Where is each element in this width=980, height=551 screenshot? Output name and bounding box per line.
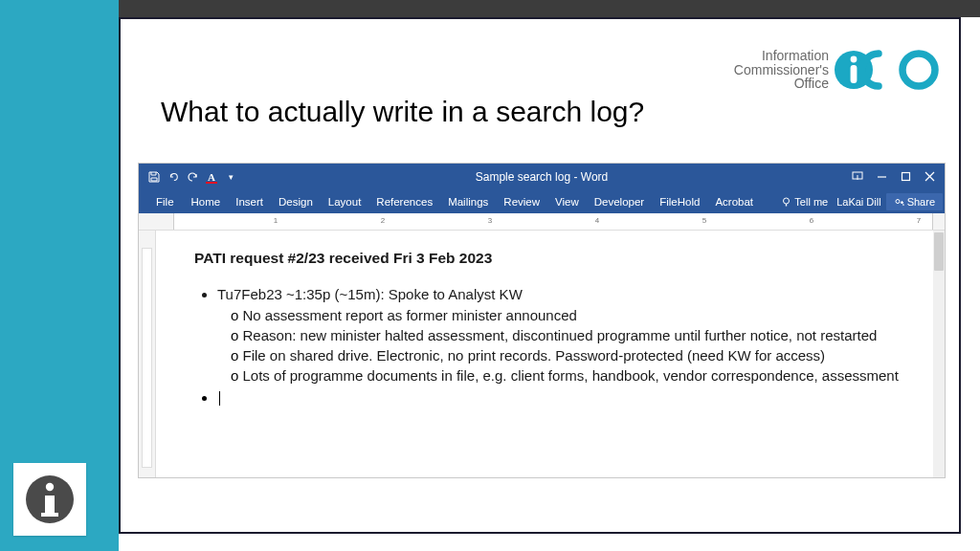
vertical-ruler[interactable] — [139, 231, 156, 477]
ruler-num: 2 — [381, 216, 385, 225]
word-window: A ▾ Sample search log - Word — [138, 163, 946, 478]
maximize-icon[interactable] — [901, 171, 911, 184]
undo-icon[interactable] — [167, 171, 179, 183]
svg-rect-2 — [851, 65, 858, 83]
share-icon — [894, 197, 904, 208]
sub-item: Lots of programme documents in file, e.g… — [231, 365, 902, 386]
ruler-num: 6 — [810, 216, 813, 225]
quick-access-toolbar: A ▾ — [139, 171, 236, 183]
ruler-num: 3 — [488, 216, 492, 225]
svg-point-15 — [46, 483, 54, 491]
tab-view[interactable]: View — [547, 190, 587, 213]
ico-mark-icon — [835, 48, 942, 92]
ico-line2: Commissioner's — [734, 63, 829, 77]
tab-insert[interactable]: Insert — [228, 190, 271, 213]
tell-me-search[interactable]: Tell me — [777, 196, 832, 208]
word-titlebar: A ▾ Sample search log - Word — [139, 164, 945, 190]
ico-logo: Information Commissioner's Office — [734, 48, 942, 92]
window-controls — [852, 171, 941, 184]
ruler-num: 1 — [274, 216, 278, 225]
bullet-lead: Tu7Feb23 ~1:35p (~15m): Spoke to Analyst… — [217, 286, 523, 302]
tab-acrobat[interactable]: Acrobat — [707, 190, 761, 213]
ruler-num: 7 — [917, 216, 921, 225]
sub-item: No assessment report as former minister … — [231, 305, 902, 325]
tab-home[interactable]: Home — [184, 190, 229, 213]
tell-me-label: Tell me — [794, 196, 828, 208]
tab-file[interactable]: File — [146, 190, 184, 213]
tab-references[interactable]: References — [368, 190, 440, 213]
tab-review[interactable]: Review — [496, 190, 547, 213]
text-cursor — [219, 391, 220, 406]
tab-filehold[interactable]: FileHold — [652, 190, 707, 213]
vertical-scrollbar[interactable] — [933, 231, 945, 477]
list-item: Tu7Feb23 ~1:35p (~15m): Spoke to Analyst… — [217, 284, 902, 386]
close-icon[interactable] — [924, 171, 941, 184]
ruler-num: 4 — [595, 216, 599, 225]
document-page[interactable]: PATI request #2/23 received Fri 3 Feb 20… — [160, 232, 931, 475]
doc-outer-list: Tu7Feb23 ~1:35p (~15m): Spoke to Analyst… — [194, 284, 902, 408]
horizontal-ruler[interactable]: 1 2 3 4 5 6 7 — [139, 213, 945, 231]
tab-layout[interactable]: Layout — [321, 190, 369, 213]
ico-line3: Office — [734, 77, 829, 91]
svg-point-3 — [902, 54, 935, 86]
sub-list: No assessment report as former minister … — [217, 305, 902, 386]
share-button[interactable]: Share — [886, 193, 943, 210]
user-name[interactable]: LaKai Dill — [832, 196, 885, 208]
list-item-empty — [217, 387, 902, 408]
ico-line1: Information — [734, 49, 829, 63]
svg-point-9 — [784, 198, 790, 204]
svg-point-1 — [851, 56, 858, 63]
tab-design[interactable]: Design — [271, 190, 321, 213]
info-badge-icon — [13, 463, 86, 536]
svg-point-11 — [896, 199, 900, 203]
slide-frame: Information Commissioner's Office What t… — [119, 17, 961, 534]
sub-item: Reason: new minister halted assessment, … — [231, 325, 902, 345]
qat-dropdown-icon[interactable]: ▾ — [225, 171, 236, 183]
word-doc-title: Sample search log - Word — [476, 170, 609, 184]
redo-icon[interactable] — [187, 171, 198, 183]
ico-logo-text: Information Commissioner's Office — [734, 49, 829, 91]
lightbulb-icon — [781, 197, 791, 208]
share-label: Share — [907, 196, 935, 208]
ruler-num: 5 — [702, 216, 706, 225]
font-color-icon[interactable]: A — [206, 171, 217, 183]
doc-heading: PATI request #2/23 received Fri 3 Feb 20… — [194, 248, 902, 269]
tab-mailings[interactable]: Mailings — [440, 190, 496, 213]
save-icon[interactable] — [148, 171, 160, 183]
top-bar — [119, 0, 980, 17]
minimize-icon[interactable] — [877, 171, 887, 184]
tab-developer[interactable]: Developer — [587, 190, 652, 213]
slide-title: What to actually write in a search log? — [161, 96, 644, 128]
sub-item: File on shared drive. Electronic, no pri… — [231, 345, 902, 365]
ribbon-display-icon[interactable] — [852, 171, 863, 183]
svg-rect-6 — [902, 172, 910, 180]
word-ribbon-tabs: File Home Insert Design Layout Reference… — [139, 190, 945, 213]
